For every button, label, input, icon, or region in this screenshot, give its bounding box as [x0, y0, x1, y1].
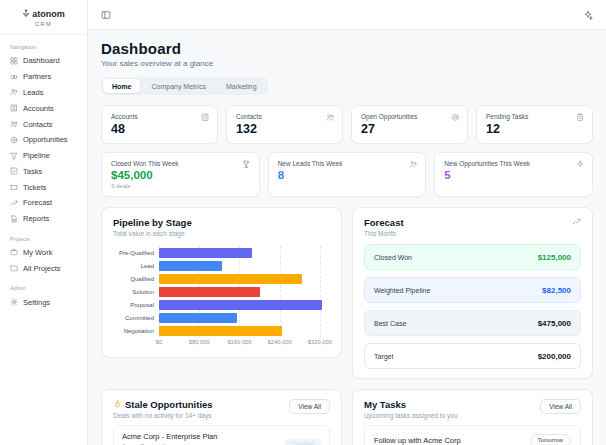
- chart-category-label: Qualified: [113, 272, 159, 285]
- nav-section-label: Navigation: [0, 35, 87, 53]
- sidebar-item-label: Leads: [23, 88, 43, 97]
- task-due-badge: Tomorrow: [530, 434, 571, 445]
- chart-bar-negotiation[interactable]: [159, 326, 282, 336]
- stat-label: Pending Tasks: [486, 113, 583, 120]
- trophy-icon: [242, 160, 251, 169]
- chart-bar-proposal[interactable]: [159, 300, 322, 310]
- chart-category-label: Committed: [113, 311, 159, 324]
- tasks-view-all-button[interactable]: View All: [540, 399, 581, 414]
- flame-icon: [113, 400, 122, 409]
- stat-card-open-opportunities[interactable]: Open Opportunities27: [351, 105, 468, 144]
- highlight-card-new-leads-this-week[interactable]: New Leads This Week8: [268, 152, 427, 197]
- briefcase-icon: [10, 248, 18, 256]
- forecast-row-best-case: Best Case$475,000: [364, 310, 581, 336]
- chart-bar-qualified[interactable]: [159, 274, 302, 284]
- app-window: atonom CRM NavigationDashboardPartnersLe…: [0, 0, 606, 445]
- sidebar-item-pipeline[interactable]: Pipeline: [0, 148, 87, 164]
- chart-category-label: Negotiation: [113, 324, 159, 337]
- sidebar-item-label: Reports: [23, 214, 49, 223]
- opportunity-name: Acme Corp - Enterprise Plan: [122, 432, 217, 441]
- nav-section-label: Admin: [0, 276, 87, 294]
- sidebar-item-leads[interactable]: Leads: [0, 85, 87, 101]
- opportunities-icon: [10, 136, 18, 144]
- trending-up-icon: [572, 217, 581, 226]
- sidebar-item-contacts[interactable]: Contacts: [0, 116, 87, 132]
- main-column: Dashboard Your sales overview at a glanc…: [88, 0, 606, 445]
- sidebar-item-label: Forecast: [23, 198, 52, 207]
- tab-home[interactable]: Home: [103, 79, 140, 93]
- task-title: Follow up with Acme Corp: [374, 436, 461, 445]
- chart-bar-solution[interactable]: [159, 287, 260, 297]
- target-icon: [451, 113, 460, 122]
- pipeline-title: Pipeline by Stage: [113, 217, 192, 228]
- leads-icon: [10, 88, 18, 96]
- tab-marketing[interactable]: Marketing: [217, 79, 266, 93]
- sidebar-item-label: Tickets: [23, 183, 46, 192]
- highlight-label: New Opportunities This Week: [444, 160, 583, 167]
- stat-card-accounts[interactable]: Accounts48: [101, 105, 218, 144]
- building-icon: [201, 113, 210, 122]
- highlight-card-new-opportunities-this-week[interactable]: New Opportunities This Week5: [434, 152, 593, 197]
- chart-bar-committed[interactable]: [159, 313, 237, 323]
- chart-bar-lead[interactable]: [159, 261, 222, 271]
- sidebar-item-my-work[interactable]: My Work: [0, 245, 87, 261]
- sidebar-item-forecast[interactable]: Forecast: [0, 195, 87, 211]
- dashboard-tabs: HomeCompany MetricsMarketing: [101, 77, 268, 95]
- sidebar-item-label: Partners: [23, 72, 51, 81]
- task-row[interactable]: Follow up with Acme CorpTomorrow: [364, 425, 581, 445]
- forecast-row-value: $475,000: [538, 319, 571, 328]
- sidebar-item-label: My Work: [23, 248, 52, 257]
- page-subtitle: Your sales overview at a glance: [101, 59, 593, 68]
- forecast-row-weighted-pipeline: Weighted Pipeline$82,500: [364, 277, 581, 303]
- clipboard-icon: [576, 113, 585, 122]
- pipeline-icon: [10, 152, 18, 160]
- sidebar-item-tasks[interactable]: Tasks: [0, 163, 87, 179]
- sidebar-item-opportunities[interactable]: Opportunities: [0, 132, 87, 148]
- chart-x-tick: $320,000: [308, 339, 332, 345]
- stat-card-contacts[interactable]: Contacts132: [226, 105, 343, 144]
- chart-category-label: Proposal: [113, 298, 159, 311]
- sidebar-item-label: Contacts: [23, 120, 53, 129]
- stale-title: Stale Opportunities: [125, 399, 213, 410]
- sidebar-item-all-projects[interactable]: All Projects: [0, 260, 87, 276]
- contacts-icon: [10, 120, 18, 128]
- tab-company-metrics[interactable]: Company Metrics: [142, 79, 214, 93]
- my-tasks-panel: My Tasks Upcoming tasks assigned to you …: [352, 389, 593, 445]
- forecast-row-value: $82,500: [542, 286, 571, 295]
- brand-name: atonom: [32, 9, 65, 19]
- sidebar-item-partners[interactable]: Partners: [0, 69, 87, 85]
- accounts-icon: [10, 104, 18, 112]
- sidebar-item-reports[interactable]: Reports: [0, 211, 87, 227]
- tasks-subtitle: Upcoming tasks assigned to you: [364, 412, 458, 419]
- folder-icon: [10, 264, 18, 272]
- sidebar-nav: NavigationDashboardPartnersLeadsAccounts…: [0, 35, 87, 310]
- stale-view-all-button[interactable]: View All: [289, 399, 330, 414]
- charts-row: Pipeline by Stage Total value in each st…: [101, 207, 593, 379]
- stat-value: 27: [361, 122, 458, 136]
- sidebar-item-accounts[interactable]: Accounts: [0, 100, 87, 116]
- sidebar-item-dashboard[interactable]: Dashboard: [0, 53, 87, 69]
- stale-opportunity-row[interactable]: Acme Corp - Enterprise PlanAcme Corporat…: [113, 425, 330, 445]
- stale-subtitle: Deals with no activity for 14+ days: [113, 412, 213, 419]
- highlight-value: 8: [278, 169, 417, 181]
- sidebar-toggle-icon[interactable]: [101, 10, 111, 20]
- stat-card-pending-tasks[interactable]: Pending Tasks12: [476, 105, 593, 144]
- chart-bar-pre-qualified[interactable]: [159, 248, 252, 258]
- highlight-value: $45,000: [111, 169, 250, 181]
- forecast-row-label: Best Case: [374, 320, 406, 327]
- sidebar-item-label: Tasks: [23, 167, 42, 176]
- user-plus-icon: [409, 160, 418, 169]
- highlight-card-closed-won-this-week[interactable]: Closed Won This Week$45,0003 deals: [101, 152, 260, 197]
- sidebar-item-settings[interactable]: Settings: [0, 294, 87, 310]
- forecast-subtitle: This Month: [364, 230, 404, 237]
- sparkles-icon[interactable]: [583, 10, 593, 20]
- chart-x-tick: $240,000: [268, 339, 292, 345]
- chart-category-label: Pre-Qualified: [113, 246, 159, 259]
- sparkle-icon: [576, 160, 585, 169]
- stat-value: 132: [236, 122, 333, 136]
- sidebar-item-tickets[interactable]: Tickets: [0, 179, 87, 195]
- forecast-row-value: $200,000: [538, 352, 571, 361]
- forecast-row-target: Target$200,000: [364, 343, 581, 369]
- reports-icon: [10, 215, 18, 223]
- forecast-panel: Forecast This Month Closed Won$125,000We…: [352, 207, 593, 379]
